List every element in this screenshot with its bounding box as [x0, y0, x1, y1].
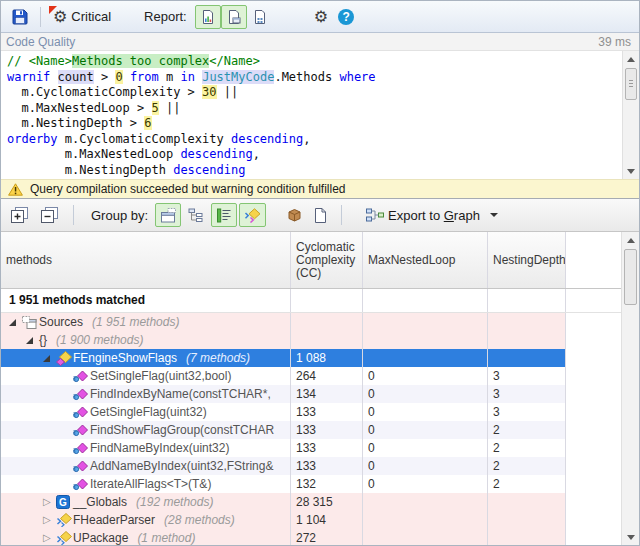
scroll-thumb[interactable] — [624, 249, 637, 305]
help-icon: ? — [338, 9, 354, 25]
report-chart-button[interactable] — [195, 5, 221, 29]
table-row[interactable]: FindIndexByName(constTCHAR*,13403 — [1, 385, 639, 403]
cell-methods: FindShowFlagGroup(constTCHAR — [1, 421, 291, 439]
table-row[interactable]: FindShowFlagGroup(constTCHAR13302 — [1, 421, 639, 439]
cell-nd: 2 — [488, 439, 566, 457]
group-by-sorted-list-button[interactable] — [211, 203, 237, 227]
assembly-button[interactable] — [282, 203, 307, 227]
query-editor[interactable]: // <Name>Methods too complex</Name>warni… — [1, 50, 639, 179]
code-editor[interactable]: // <Name>Methods too complex</Name>warni… — [1, 51, 639, 178]
warning-icon — [8, 183, 23, 196]
collapse-all-icon — [41, 207, 59, 223]
settings-button[interactable]: ⚙ — [309, 5, 333, 29]
assembly-box-icon — [287, 208, 302, 222]
cell-methods: SetSingleFlag(uint32,bool) — [1, 367, 291, 385]
expander-expanded-icon[interactable] — [26, 337, 39, 344]
expander-expanded-icon[interactable] — [43, 355, 56, 362]
row-label: Sources — [39, 313, 83, 331]
cell-cc: 1 104 — [291, 511, 363, 529]
expand-all-button[interactable] — [6, 203, 34, 227]
table-row[interactable]: {}(1 900 methods) — [1, 331, 639, 349]
save-icon — [12, 9, 28, 25]
column-header-cyclomatic-complexity[interactable]: Cyclomatic Complexity (CC) — [291, 232, 363, 288]
tree-indent — [5, 466, 60, 467]
scroll-up-button[interactable] — [623, 51, 639, 67]
report-export-button[interactable] — [221, 5, 247, 29]
export-to-graph-button[interactable]: Export to Graph — [361, 203, 503, 227]
tree-indent — [5, 502, 43, 503]
help-button[interactable]: ? — [333, 5, 359, 29]
critical-rule-toggle[interactable]: ⚙ Critical — [48, 5, 116, 29]
cell-filler — [566, 511, 623, 529]
gear-icon: ⚙ — [314, 9, 328, 25]
compilation-status-bar: Query compilation succeeded but warning … — [1, 179, 639, 198]
table-row[interactable]: ▷FHeaderParser(28 methods)1 104 — [1, 511, 639, 529]
export-graph-icon — [366, 208, 384, 222]
cell-mnl — [363, 313, 488, 331]
scroll-up-button[interactable] — [622, 232, 639, 248]
table-row[interactable]: FEngineShowFlags(7 methods)1 088 — [1, 349, 639, 367]
new-document-button[interactable] — [309, 203, 332, 227]
editor-scrollbar[interactable] — [622, 51, 639, 179]
export-to-graph-label: Export to Graph — [388, 208, 480, 223]
cell-mnl — [363, 493, 488, 511]
cell-methods: ▷G__Globals(192 methods) — [1, 493, 291, 511]
code-line: m.MaxNestedLoop descending, — [7, 147, 639, 163]
cell-mnl: 0 — [363, 421, 488, 439]
collapse-all-button[interactable] — [36, 203, 64, 227]
arrow-up-icon — [627, 57, 635, 62]
column-header-nestingdepth[interactable]: NestingDepth — [488, 232, 566, 288]
tree-hierarchy-icon — [188, 208, 204, 223]
expander-collapsed-icon[interactable]: ▷ — [43, 497, 56, 507]
cell-nd: 3 — [488, 403, 566, 421]
table-scrollbar[interactable] — [621, 232, 639, 545]
cell-mnl: 0 — [363, 475, 488, 493]
table-row[interactable]: GetSingleFlag(uint32)13303 — [1, 403, 639, 421]
group-by-tree-button[interactable] — [183, 203, 209, 227]
critical-label: Critical — [71, 9, 111, 24]
expander-expanded-icon[interactable] — [9, 319, 22, 326]
expander-collapsed-icon[interactable]: ▷ — [43, 533, 56, 543]
tree-indent — [5, 358, 43, 359]
cell-cc — [291, 331, 363, 349]
code-line: m.NestingDepth descending — [7, 163, 639, 179]
sorted-list-icon — [216, 208, 232, 223]
expander-collapsed-icon[interactable]: ▷ — [43, 515, 56, 525]
type-diamond-icon — [244, 208, 261, 223]
group-by-type-button[interactable] — [239, 203, 266, 227]
scroll-down-button[interactable] — [623, 163, 639, 179]
scroll-down-button[interactable] — [622, 529, 639, 545]
cell-cc: 272 — [291, 529, 363, 546]
group-by-parent-button[interactable] — [155, 203, 181, 227]
cell-cc: 132 — [291, 475, 363, 493]
cell-methods: ▷UPackage(1 method) — [1, 529, 291, 546]
expand-all-icon — [11, 207, 29, 223]
cell-methods: FindIndexByName(constTCHAR*, — [1, 385, 291, 403]
table-row[interactable]: AddNameByIndex(uint32,FString&13302 — [1, 457, 639, 475]
cell-mnl: 0 — [363, 403, 488, 421]
save-query-button[interactable] — [7, 5, 33, 29]
table-row[interactable]: Sources(1 951 methods) — [1, 313, 639, 331]
cell-mnl — [363, 349, 488, 367]
cell-nd: 2 — [488, 475, 566, 493]
column-header-filler — [566, 232, 623, 288]
cell-cc — [291, 313, 363, 331]
table-row[interactable]: SetSingleFlag(uint32,bool)26403 — [1, 367, 639, 385]
table-row[interactable]: ▷G__Globals(192 methods)28 315 — [1, 493, 639, 511]
sources-icon — [22, 316, 39, 329]
table-row[interactable]: IterateAllFlags<T>(T&)13202 — [1, 475, 639, 493]
cell-cc: 28 315 — [291, 493, 363, 511]
method-icon — [73, 406, 90, 419]
code-line: m.CyclomaticComplexity > 30 || — [7, 85, 639, 101]
column-header-methods[interactable]: methods — [1, 232, 291, 288]
column-header-maxnestedloop[interactable]: MaxNestedLoop — [363, 232, 488, 288]
cell-mnl — [363, 331, 488, 349]
row-label: SetSingleFlag(uint32,bool) — [90, 367, 231, 385]
report-options-button[interactable] — [247, 5, 273, 29]
table-row[interactable]: ▷UPackage(1 method)272 — [1, 529, 639, 546]
code-line: warnif count > 0 from m in JustMyCode.Me… — [7, 70, 639, 86]
scroll-thumb[interactable] — [625, 68, 637, 100]
table-row[interactable]: FindNameByIndex(uint32)13302 — [1, 439, 639, 457]
class-pink-icon — [56, 351, 73, 366]
tree-indent — [5, 412, 60, 413]
